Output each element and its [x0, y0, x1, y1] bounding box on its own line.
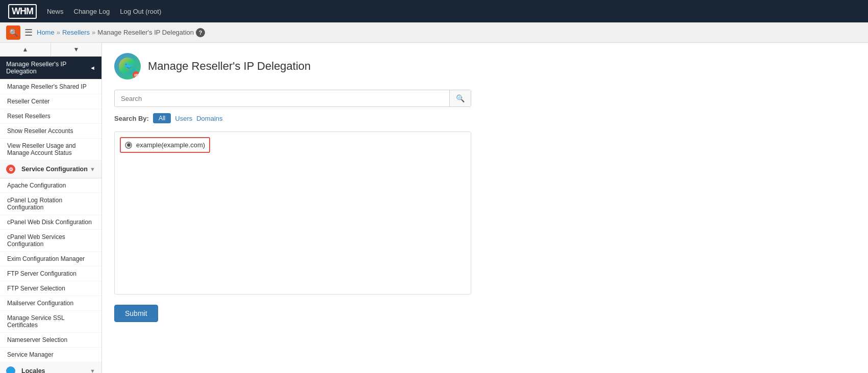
svg-text:🐦: 🐦 [123, 61, 134, 71]
scroll-down-button[interactable]: ▼ [51, 43, 101, 56]
search-by-domains-button[interactable]: Domains [196, 115, 222, 122]
hamburger-button[interactable]: ☰ [24, 27, 33, 38]
sidebar-item-cpanel-web-services[interactable]: cPanel Web Services Configuration [0, 230, 101, 252]
help-icon[interactable]: ? [196, 28, 205, 37]
sidebar-item-cpanel-web-disk[interactable]: cPanel Web Disk Configuration [0, 215, 101, 230]
submit-button[interactable]: Submit [114, 305, 158, 322]
sidebar-item-exim-config[interactable]: Exim Configuration Manager [0, 252, 101, 267]
nav-changelog[interactable]: Change Log [74, 8, 110, 15]
navbar: WHM News Change Log Log Out (root) [0, 0, 868, 22]
service-config-chevron-icon: ▼ [90, 166, 95, 172]
sidebar-item-reset-resellers[interactable]: Reset Resellers [0, 109, 101, 124]
breadcrumb-bar: 🔍 ☰ Home » Resellers » Manage Reseller's… [0, 22, 868, 43]
search-by-bar: Search By: All Users Domains [114, 113, 856, 123]
result-item[interactable]: example(example.com) [120, 137, 210, 153]
service-config-label: Service Configuration [21, 166, 88, 173]
whm-logo-text: WHM [8, 4, 37, 19]
search-input[interactable] [115, 91, 449, 106]
search-container: 🔍 [114, 90, 471, 107]
result-radio[interactable] [125, 142, 132, 149]
sidebar-item-label: Manage Reseller's IP Delegation [6, 61, 90, 75]
sidebar-section-service-config[interactable]: ⚙ Service Configuration ▼ [0, 161, 101, 178]
sidebar-item-view-reseller-usage[interactable]: View Reseller Usage and Manage Account S… [0, 139, 101, 161]
page-header: 🐦 IP Manage Reseller's IP Delegation [114, 53, 856, 79]
nav-news[interactable]: News [47, 8, 64, 15]
sidebar-item-ftp-server-config[interactable]: FTP Server Configuration [0, 267, 101, 281]
sidebar-item-service-manager[interactable]: Service Manager [0, 348, 101, 362]
nav-links: News Change Log Log Out (root) [47, 8, 161, 15]
ip-badge: IP [133, 71, 140, 78]
sidebar-item-apache-config[interactable]: Apache Configuration [0, 178, 101, 193]
search-by-label: Search By: [114, 115, 149, 122]
main-content: 🐦 IP Manage Reseller's IP Delegation 🔍 S… [102, 43, 868, 373]
search-by-users-button[interactable]: Users [175, 115, 192, 122]
breadcrumb: Home » Resellers » Manage Reseller's IP … [37, 28, 205, 37]
locales-label: Locales [21, 367, 45, 373]
sidebar: ▲ ▼ Manage Reseller's IP Delegation ◄ Ma… [0, 43, 102, 373]
sidebar-item-mailserver-config[interactable]: Mailserver Configuration [0, 296, 101, 311]
breadcrumb-resellers[interactable]: Resellers [62, 29, 90, 36]
sidebar-item-reseller-center[interactable]: Reseller Center [0, 94, 101, 109]
sidebar-scroll-controls: ▲ ▼ [0, 43, 101, 57]
sidebar-item-show-reseller-accounts[interactable]: Show Reseller Accounts [0, 124, 101, 139]
result-text: example(example.com) [136, 141, 205, 149]
scroll-up-button[interactable]: ▲ [0, 43, 51, 56]
locales-chevron-icon: ▼ [90, 368, 95, 373]
sidebar-item-ftp-server-selection[interactable]: FTP Server Selection [0, 281, 101, 296]
page-title: Manage Reseller's IP Delegation [148, 60, 311, 73]
sidebar-section-locales[interactable]: 🌐 Locales ▼ [0, 362, 101, 373]
brand-logo: WHM [8, 4, 37, 19]
sidebar-item-manage-reseller-ip[interactable]: Manage Reseller's IP Delegation ◄ [0, 57, 101, 79]
locales-icon: 🌐 [6, 366, 15, 373]
sidebar-item-manage-service-ssl[interactable]: Manage Service SSL Certificates [0, 311, 101, 333]
chevron-active-icon: ◄ [90, 65, 95, 71]
breadcrumb-home[interactable]: Home [37, 29, 55, 36]
sidebar-item-manage-reseller-shared-ip[interactable]: Manage Reseller's Shared IP [0, 79, 101, 94]
results-box: example(example.com) [114, 131, 471, 295]
sidebar-item-cpanel-log-rotation[interactable]: cPanel Log Rotation Configuration [0, 193, 101, 215]
nav-logout[interactable]: Log Out (root) [120, 8, 161, 15]
service-config-icon: ⚙ [6, 165, 15, 174]
breadcrumb-sep-1: » [57, 29, 60, 36]
layout: ▲ ▼ Manage Reseller's IP Delegation ◄ Ma… [0, 43, 868, 373]
page-icon: 🐦 IP [114, 53, 141, 79]
search-icon-button[interactable]: 🔍 [6, 25, 20, 40]
breadcrumb-current: Manage Reseller's IP Delegation [97, 29, 194, 36]
search-button[interactable]: 🔍 [449, 90, 471, 106]
sidebar-item-nameserver-selection[interactable]: Nameserver Selection [0, 333, 101, 348]
search-by-all-button[interactable]: All [153, 113, 171, 123]
breadcrumb-sep-2: » [92, 29, 95, 36]
